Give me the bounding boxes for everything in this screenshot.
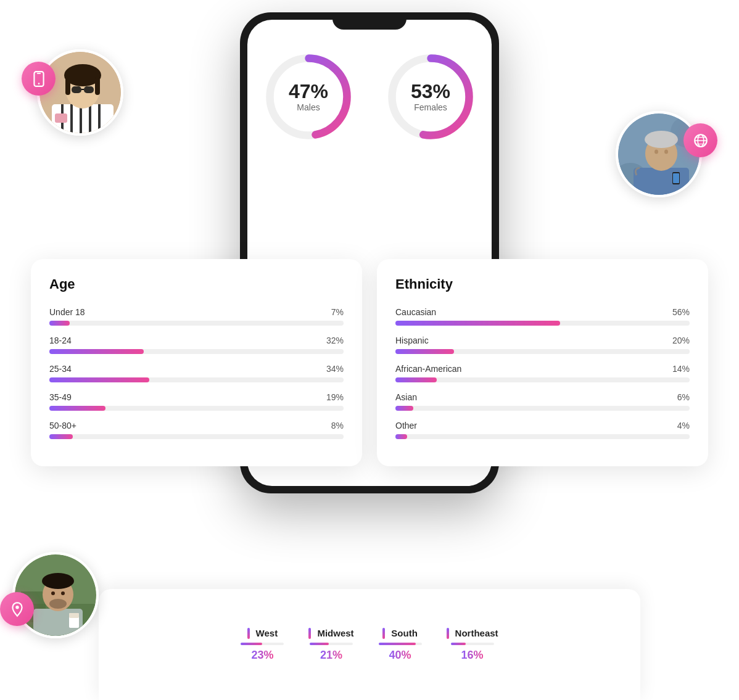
globe-icon xyxy=(693,133,709,149)
globe-icon-badge xyxy=(683,123,717,157)
female-pct: 53% xyxy=(411,81,450,101)
woman-photo xyxy=(39,52,121,133)
svg-rect-10 xyxy=(98,104,101,133)
bar-track xyxy=(49,377,344,382)
svg-point-42 xyxy=(42,573,74,589)
bar-track xyxy=(49,434,344,439)
age-bar-row: 50-80+ 8% xyxy=(49,421,344,439)
bar-label: 35-49 xyxy=(49,392,72,402)
svg-point-43 xyxy=(49,599,67,609)
bar-fill xyxy=(395,434,407,439)
bar-label: Asian xyxy=(395,392,417,402)
region-accent-line xyxy=(247,628,250,639)
age-bar-row: Under 18 7% xyxy=(49,307,344,326)
cards-row: Age Under 18 7% 18-24 32% 25-34 34% xyxy=(31,259,708,466)
region-pct: 23% xyxy=(251,649,273,662)
ethnicity-bar-row: Hispanic 20% xyxy=(395,336,690,354)
female-label: 53% Females xyxy=(411,81,450,112)
age-bars: Under 18 7% 18-24 32% 25-34 34% xyxy=(49,307,344,439)
region-bar-fill xyxy=(310,643,329,645)
region-item: South 40% xyxy=(379,628,422,662)
woman-avatar xyxy=(37,49,123,136)
phone-icon-badge xyxy=(22,62,56,96)
region-name: Northeast xyxy=(447,628,498,639)
scene: 47% Males xyxy=(0,0,739,700)
svg-rect-25 xyxy=(634,168,689,195)
region-bar-fill xyxy=(451,643,466,645)
region-accent-line xyxy=(382,628,385,639)
svg-rect-14 xyxy=(95,76,100,95)
age-bar-row: 25-34 34% xyxy=(49,364,344,382)
bar-label: Other xyxy=(395,421,417,430)
svg-rect-21 xyxy=(36,73,41,74)
bar-fill xyxy=(395,406,413,411)
region-name: West xyxy=(247,628,278,639)
age-bar-row: 18-24 32% xyxy=(49,336,344,354)
bar-fill xyxy=(395,349,454,354)
age-bar-row: 35-49 19% xyxy=(49,392,344,411)
region-bar-track xyxy=(310,643,353,645)
svg-rect-9 xyxy=(89,104,91,133)
region-bar-fill xyxy=(379,643,416,645)
bar-fill xyxy=(395,321,560,326)
bar-track xyxy=(395,377,690,382)
man-avatar xyxy=(616,111,702,197)
bar-track xyxy=(395,434,690,439)
bar-fill xyxy=(49,377,149,382)
bar-label: Under 18 xyxy=(49,307,85,317)
bar-label: Caucasian xyxy=(395,307,436,317)
bar-pct: 19% xyxy=(326,392,344,402)
region-accent-line xyxy=(447,628,449,639)
bar-fill xyxy=(49,321,70,326)
bar-track xyxy=(49,321,344,326)
ethnicity-bar-row: Caucasian 56% xyxy=(395,307,690,326)
bar-fill xyxy=(49,434,73,439)
bar-track xyxy=(49,349,344,354)
bar-pct: 34% xyxy=(326,364,344,374)
region-bar-track xyxy=(451,643,494,645)
svg-point-29 xyxy=(664,150,668,154)
svg-point-27 xyxy=(645,131,678,148)
bar-pct: 56% xyxy=(672,307,690,317)
ethnicity-bar-row: African-American 14% xyxy=(395,364,690,382)
region-bar-track xyxy=(379,643,422,645)
bar-label: Hispanic xyxy=(395,336,429,345)
ethnicity-bar-row: Asian 6% xyxy=(395,392,690,411)
bar-pct: 14% xyxy=(672,364,690,374)
male-label: 47% Males xyxy=(289,81,328,112)
ethnicity-card: Ethnicity Caucasian 56% Hispanic 20% Afr… xyxy=(377,259,708,466)
male-chart: 47% Males xyxy=(262,51,355,143)
bar-track xyxy=(395,406,690,411)
man-photo xyxy=(618,113,700,195)
svg-point-45 xyxy=(61,591,65,595)
bar-track xyxy=(395,349,690,354)
bar-pct: 6% xyxy=(677,392,690,402)
svg-rect-31 xyxy=(673,173,679,183)
svg-point-20 xyxy=(38,83,39,84)
bar-fill xyxy=(49,349,144,354)
bar-label: 18-24 xyxy=(49,336,72,345)
region-pct: 16% xyxy=(461,649,484,662)
phone-notch xyxy=(332,12,407,30)
bar-track xyxy=(395,321,690,326)
region-name: Midwest xyxy=(308,628,353,639)
bar-pct: 8% xyxy=(331,421,344,430)
bar-label: 25-34 xyxy=(49,364,72,374)
region-item: West 23% xyxy=(241,628,284,662)
male-sub: Males xyxy=(289,102,328,112)
bar-label: African-American xyxy=(395,364,461,374)
bar-pct: 4% xyxy=(677,421,690,430)
age-title: Age xyxy=(49,276,344,292)
svg-point-28 xyxy=(654,150,658,154)
svg-rect-18 xyxy=(55,113,67,123)
ethnicity-bar-row: Other 4% xyxy=(395,421,690,439)
svg-point-44 xyxy=(51,591,55,595)
location-icon-badge xyxy=(0,592,34,626)
region-accent-line xyxy=(308,628,311,639)
female-sub: Females xyxy=(411,102,450,112)
ethnicity-bars: Caucasian 56% Hispanic 20% African-Ameri… xyxy=(395,307,690,439)
location-icon xyxy=(9,601,25,617)
svg-point-49 xyxy=(15,606,19,609)
mobile-icon xyxy=(31,71,47,87)
male-pct: 47% xyxy=(289,81,328,101)
